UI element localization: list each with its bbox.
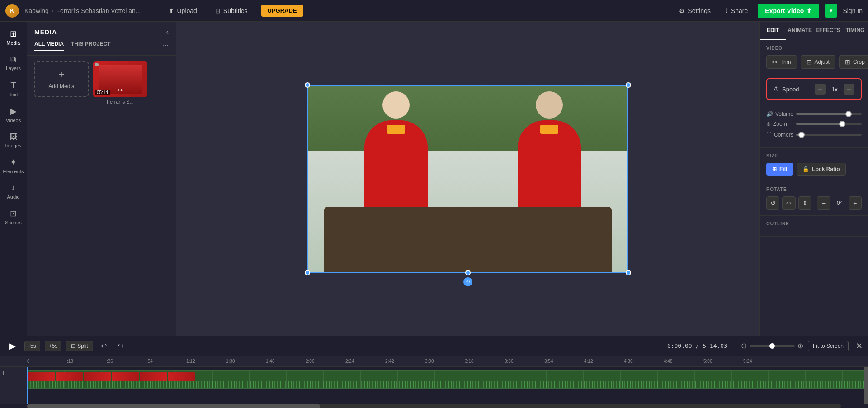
zoom-slider[interactable] [750, 345, 795, 347]
zoom-thumb[interactable] [769, 343, 775, 349]
rotate-section-label: ROTATE [766, 187, 862, 192]
rotate-dec-button[interactable]: − [817, 196, 830, 210]
handle-top-left[interactable] [305, 82, 310, 88]
subtitles-button[interactable]: ⊟ Subtitles [211, 5, 252, 17]
track-end-handle[interactable] [864, 370, 868, 389]
sidebar-label-media: Media [7, 40, 20, 46]
video-frame-inner [307, 85, 628, 273]
undo-button[interactable]: ↩ [98, 340, 110, 352]
sidebar-label-scenes: Scenes [5, 220, 22, 225]
play-button[interactable]: ▶ [5, 339, 20, 353]
tab-all-media[interactable]: ALL MEDIA [34, 41, 64, 51]
upgrade-button[interactable]: UPGRADE [261, 5, 303, 17]
video-track[interactable] [27, 370, 868, 389]
tab-timing[interactable]: TIMING [842, 22, 868, 40]
volume-slider[interactable] [796, 113, 862, 115]
share-button[interactable]: ⤴ Share [721, 5, 752, 17]
handle-bottom-right[interactable] [626, 270, 631, 275]
sidebar-item-media[interactable]: ⊞ Media [0, 25, 27, 49]
sidebar-item-layers[interactable]: ⧉ Layers [0, 51, 27, 75]
sidebar-item-elements[interactable]: ✦ Elements [0, 154, 27, 178]
handle-bottom-center[interactable] [465, 270, 471, 275]
subtitles-icon: ⊟ [215, 7, 221, 14]
close-button[interactable]: ✕ [856, 341, 863, 351]
lock-ratio-label: Lock Ratio [812, 166, 840, 172]
videos-icon: ▶ [10, 106, 17, 116]
main-area: ⊞ Media ⧉ Layers T Text ▶ Videos 🖼 Image… [0, 22, 868, 336]
media-tabs: ALL MEDIA THIS PROJECT ··· [27, 41, 176, 56]
media-panel-collapse-button[interactable]: ‹ [166, 28, 169, 36]
handle-bottom-left[interactable] [305, 270, 310, 275]
media-panel-title: MEDIA [34, 28, 57, 36]
zoom-thumb[interactable] [839, 121, 845, 127]
add-media-button[interactable]: + Add Media [34, 61, 89, 97]
media-thumb-0[interactable]: F1 05:14 [93, 61, 147, 97]
ruler-4: 1:12 [186, 359, 226, 364]
crop-button[interactable]: ⊞ Crop [839, 55, 868, 69]
time-display: 0:00.00 / 5:14.03 [667, 342, 727, 349]
sidebar-item-scenes[interactable]: ⊡ Scenes [0, 205, 27, 229]
corners-slider[interactable] [796, 134, 862, 136]
sign-in-button[interactable]: Sign In [843, 7, 863, 14]
table [324, 207, 611, 272]
scrollbar-thumb[interactable] [27, 404, 320, 408]
settings-label: Settings [688, 7, 711, 14]
tab-animate[interactable]: ANIMATE [786, 22, 814, 40]
sidebar-item-audio[interactable]: ♪ Audio [0, 180, 27, 203]
timeline-scrollbar[interactable] [27, 404, 841, 408]
handle-top-right[interactable] [626, 82, 631, 88]
trim-label: Trim [780, 59, 791, 65]
audio-waveform [28, 381, 868, 388]
media-tabs-more-button[interactable]: ··· [163, 41, 169, 51]
export-button[interactable]: Export Video ⬆ [758, 4, 819, 18]
timeline-zoom: ⊖ ⊕ [741, 342, 803, 350]
sliders-section: 🔊 Volume ⊕ Zoom [760, 105, 868, 148]
settings-button[interactable]: ⚙ Settings [675, 5, 715, 17]
zoom-row: ⊕ Zoom [766, 121, 862, 127]
rotate-inc-button[interactable]: + [849, 196, 862, 210]
corners-thumb[interactable] [798, 132, 805, 138]
speed-value: 1x [829, 86, 840, 93]
track-content [27, 367, 868, 404]
zoom-slider[interactable] [796, 123, 862, 125]
trim-button[interactable]: ✂ Trim [766, 55, 797, 69]
fit-to-screen-button[interactable]: Fit to Screen [808, 341, 849, 351]
images-icon: 🖼 [9, 132, 18, 142]
sidebar-item-videos[interactable]: ▶ Videos [0, 103, 27, 127]
tab-this-project[interactable]: THIS PROJECT [71, 41, 110, 51]
crop-label: Crop [853, 59, 865, 65]
upload-button[interactable]: ⬆ Upload [164, 5, 201, 17]
speed-icon: ⏱ [774, 86, 779, 93]
tab-edit[interactable]: EDIT [760, 22, 786, 40]
person-right [477, 91, 621, 225]
fill-button[interactable]: ⊞ Fill [766, 163, 793, 176]
refresh-handle[interactable]: ↻ [463, 277, 472, 286]
redo-button[interactable]: ↪ [115, 340, 127, 352]
size-section-label: SIZE [766, 153, 862, 158]
speed-increase-button[interactable]: + [844, 84, 854, 95]
ruler-marks: 0 :18 :36 :54 1:12 1:30 1:48 2:06 2:24 2… [27, 359, 868, 364]
export-dropdown-button[interactable]: ▾ [825, 4, 837, 18]
flip-v-button[interactable]: ⇕ [798, 196, 811, 210]
flip-h-button[interactable]: ⇔ [782, 196, 795, 210]
canvas-area: ↻ [176, 22, 760, 336]
tab-effects[interactable]: EFFECTS [814, 22, 842, 40]
skip-back-button[interactable]: -5s [24, 341, 40, 351]
adjust-button[interactable]: ⊟ Adjust [801, 55, 835, 69]
thumbnails [28, 372, 863, 381]
ruler-8: 2:24 [345, 359, 385, 364]
sidebar-item-images[interactable]: 🖼 Images [0, 128, 27, 152]
adjust-icon: ⊟ [807, 58, 812, 66]
upload-label: Upload [177, 7, 197, 14]
timeline-controls: ▶ -5s +5s ⊟ Split ↩ ↪ 0:00.00 / 5:14.03 … [0, 336, 868, 356]
speed-decrease-button[interactable]: − [815, 84, 826, 95]
settings-icon: ⚙ [679, 7, 685, 14]
volume-thumb[interactable] [845, 111, 852, 117]
lock-ratio-button[interactable]: 🔒 Lock Ratio [797, 163, 845, 176]
skip-fwd-button[interactable]: +5s [45, 341, 62, 351]
rotate-ccw-button[interactable]: ↺ [766, 196, 779, 210]
speed-text: Speed [782, 86, 799, 93]
sidebar-item-text[interactable]: T Text [0, 76, 27, 101]
add-media-label: Add Media [48, 83, 74, 90]
split-button[interactable]: ⊟ Split [66, 341, 93, 351]
